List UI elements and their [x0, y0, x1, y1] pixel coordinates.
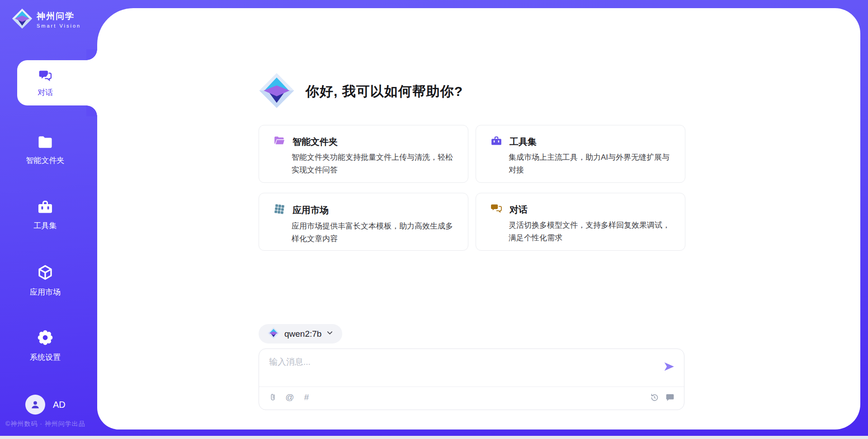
- page-bottom-edge: [0, 436, 868, 439]
- sidebar-item-chat[interactable]: 对话: [17, 60, 97, 105]
- chevron-down-icon: [326, 329, 333, 338]
- send-icon[interactable]: [663, 361, 675, 372]
- folder-open-icon: [274, 135, 285, 148]
- sidebar-item-label: 智能文件夹: [26, 155, 65, 166]
- card-title: 应用市场: [292, 204, 329, 216]
- sidebar-item-label: 工具集: [34, 220, 57, 231]
- chat-icon: [38, 68, 52, 85]
- message-composer: @ #: [259, 348, 684, 410]
- sidebar-item-label: 对话: [38, 87, 53, 98]
- sidebar-item-smart-folder[interactable]: 智能文件夹: [0, 135, 90, 166]
- sidebar-item-app-market[interactable]: 应用市场: [0, 264, 90, 297]
- card-description: 智能文件夹功能支持批量文件上传与清洗，轻松实现文件问答: [292, 151, 457, 177]
- folder-icon: [37, 135, 53, 151]
- card-description: 应用市场提供丰富长文本模板，助力高效生成多样化文章内容: [292, 220, 457, 245]
- card-toolset[interactable]: 工具集 集成市场上主流工具，助力AI与外界无缝扩展与对接: [476, 125, 685, 183]
- greeting-block: 你好, 我可以如何帮助你?: [259, 72, 463, 110]
- gear-icon: [37, 329, 54, 348]
- card-title: 智能文件夹: [292, 136, 338, 148]
- sidebar-item-label: 系统设置: [30, 352, 61, 363]
- brand-diamond-icon: [259, 72, 295, 110]
- card-title: 工具集: [509, 136, 537, 148]
- cube-icon: [37, 264, 54, 283]
- model-name: qwen2:7b: [284, 329, 321, 339]
- app-logo: 神州问学 Smart Vision: [12, 8, 81, 31]
- card-chat[interactable]: 对话 灵活切换多模型文件，支持多样回复效果调试，满足个性化需求: [476, 193, 685, 251]
- model-selector[interactable]: qwen2:7b: [259, 324, 342, 344]
- user-initials: AD: [53, 400, 66, 410]
- mention-icon[interactable]: @: [285, 392, 295, 402]
- brand-diamond-icon: [268, 327, 279, 341]
- card-app-market[interactable]: 应用市场 应用市场提供丰富长文本模板，助力高效生成多样化文章内容: [259, 193, 468, 251]
- card-title: 对话: [509, 204, 528, 216]
- chat-icon: [491, 203, 502, 216]
- feature-cards: 智能文件夹 智能文件夹功能支持批量文件上传与清洗，轻松实现文件问答 工具集 集成…: [259, 125, 685, 251]
- brand-diamond-icon: [12, 8, 33, 31]
- sidebar-item-settings[interactable]: 系统设置: [0, 329, 90, 363]
- toolbox-icon: [491, 135, 502, 148]
- cube-grid-icon: [274, 203, 285, 217]
- comment-icon[interactable]: [665, 392, 675, 402]
- history-icon[interactable]: [649, 392, 659, 402]
- avatar: [25, 395, 45, 415]
- tab-curve-top: [86, 49, 97, 60]
- sidebar-item-toolset[interactable]: 工具集: [0, 199, 90, 231]
- composer-divider: [259, 387, 684, 387]
- attachment-icon[interactable]: [268, 392, 278, 402]
- tab-curve-bottom: [86, 105, 97, 116]
- copyright-text: ©神州数码 · 神州问学出品: [5, 420, 85, 428]
- card-description: 集成市场上主流工具，助力AI与外界无缝扩展与对接: [509, 151, 674, 177]
- card-description: 灵活切换多模型文件，支持多样回复效果调试，满足个性化需求: [509, 219, 674, 244]
- hashtag-icon[interactable]: #: [302, 392, 311, 402]
- app-tagline: Smart Vision: [37, 23, 81, 29]
- greeting-text: 你好, 我可以如何帮助你?: [306, 82, 463, 101]
- toolbox-icon: [37, 199, 53, 216]
- message-input[interactable]: [269, 356, 658, 383]
- user-profile[interactable]: AD: [25, 395, 66, 415]
- card-smart-folder[interactable]: 智能文件夹 智能文件夹功能支持批量文件上传与清洗，轻松实现文件问答: [259, 125, 468, 183]
- sidebar-item-label: 应用市场: [30, 287, 61, 297]
- app-name: 神州问学: [37, 10, 81, 22]
